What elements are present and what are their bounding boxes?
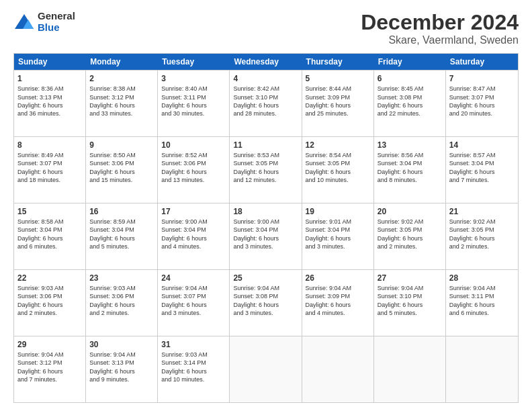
cal-cell-r1-c2: 2Sunrise: 8:38 AMSunset: 3:12 PMDaylight…	[86, 71, 158, 136]
cal-row-4: 22Sunrise: 9:03 AMSunset: 3:06 PMDayligh…	[14, 269, 518, 336]
cell-line: Sunrise: 8:49 AM	[17, 151, 82, 159]
cell-line: Daylight: 6 hours	[449, 101, 515, 109]
cell-line: and 36 minutes.	[17, 109, 82, 118]
cal-cell-r4-c1: 22Sunrise: 9:03 AMSunset: 3:06 PMDayligh…	[14, 270, 86, 336]
cal-cell-r3-c7: 21Sunrise: 9:02 AMSunset: 3:05 PMDayligh…	[446, 203, 518, 269]
day-number: 10	[161, 140, 226, 150]
cal-cell-r4-c6: 27Sunrise: 9:04 AMSunset: 3:10 PMDayligh…	[374, 270, 446, 336]
cell-line: Daylight: 6 hours	[306, 301, 370, 309]
cell-line: Sunrise: 8:50 AM	[89, 151, 154, 159]
cell-line: Daylight: 6 hours	[17, 168, 82, 176]
cell-line: Sunset: 3:05 PM	[449, 226, 515, 234]
cell-line: Sunrise: 8:52 AM	[161, 151, 226, 159]
cal-cell-r4-c2: 23Sunrise: 9:03 AMSunset: 3:06 PMDayligh…	[86, 270, 158, 336]
day-number: 6	[378, 73, 442, 84]
cell-line: and 2 minutes.	[449, 242, 515, 250]
day-number: 29	[17, 339, 82, 350]
cell-line: Daylight: 6 hours	[306, 101, 370, 109]
cell-line: and 12 minutes.	[233, 176, 298, 184]
cell-line: Sunrise: 9:02 AM	[449, 218, 515, 226]
cell-line: Sunrise: 8:53 AM	[233, 151, 298, 159]
day-number: 12	[306, 140, 370, 150]
cal-cell-r5-c7	[446, 336, 518, 402]
cell-line: and 9 minutes.	[89, 375, 154, 383]
cell-line: and 5 minutes.	[89, 242, 154, 250]
day-number: 15	[17, 206, 82, 217]
cell-line: and 3 minutes.	[306, 242, 370, 250]
cell-line: and 7 minutes.	[449, 176, 515, 184]
cell-line: and 18 minutes.	[17, 176, 82, 184]
day-number: 5	[306, 73, 370, 84]
cal-cell-r2-c5: 12Sunrise: 8:54 AMSunset: 3:05 PMDayligh…	[302, 137, 374, 203]
cell-line: Sunrise: 9:01 AM	[306, 218, 370, 226]
calendar-body: 1Sunrise: 8:36 AMSunset: 3:13 PMDaylight…	[14, 70, 518, 402]
cal-cell-r2-c1: 8Sunrise: 8:49 AMSunset: 3:07 PMDaylight…	[14, 137, 86, 203]
cal-cell-r5-c3: 31Sunrise: 9:03 AMSunset: 3:14 PMDayligh…	[158, 336, 230, 402]
cell-line: Sunrise: 9:04 AM	[89, 351, 154, 359]
day-number: 1	[17, 73, 82, 84]
cell-line: Sunset: 3:10 PM	[378, 292, 442, 300]
day-number: 17	[161, 206, 226, 217]
month-title: December 2024	[361, 11, 519, 34]
cell-line: Sunset: 3:11 PM	[449, 292, 515, 300]
day-number: 28	[449, 273, 515, 283]
cell-line: and 2 minutes.	[89, 309, 154, 317]
cell-line: and 3 minutes.	[161, 309, 226, 317]
cal-cell-r3-c1: 15Sunrise: 8:58 AMSunset: 3:04 PMDayligh…	[14, 203, 86, 269]
cell-line: Daylight: 6 hours	[306, 234, 370, 242]
cell-line: Sunrise: 8:59 AM	[89, 218, 154, 226]
cell-line: and 22 minutes.	[378, 109, 442, 118]
cell-line: Sunset: 3:14 PM	[161, 359, 226, 367]
cell-line: and 33 minutes.	[89, 109, 154, 118]
cal-cell-r1-c4: 4Sunrise: 8:42 AMSunset: 3:10 PMDaylight…	[230, 71, 302, 136]
cell-line: Daylight: 6 hours	[378, 234, 442, 242]
cal-cell-r1-c3: 3Sunrise: 8:40 AMSunset: 3:11 PMDaylight…	[158, 71, 230, 136]
cell-line: Sunset: 3:06 PM	[161, 159, 226, 167]
cell-line: Daylight: 6 hours	[233, 101, 298, 109]
cell-line: Sunset: 3:04 PM	[161, 226, 226, 234]
cell-line: Sunset: 3:08 PM	[378, 93, 442, 101]
cell-line: Sunset: 3:11 PM	[161, 93, 226, 101]
cell-line: and 5 minutes.	[378, 309, 442, 317]
cell-line: Sunset: 3:06 PM	[89, 159, 154, 167]
cell-line: Sunrise: 8:36 AM	[17, 85, 82, 93]
cell-line: and 6 minutes.	[449, 309, 515, 317]
cell-line: Sunrise: 9:00 AM	[161, 218, 226, 226]
cal-cell-r1-c5: 5Sunrise: 8:44 AMSunset: 3:09 PMDaylight…	[302, 71, 374, 136]
day-number: 22	[17, 273, 82, 283]
cell-line: Sunset: 3:09 PM	[306, 93, 370, 101]
cal-cell-r3-c2: 16Sunrise: 8:59 AMSunset: 3:04 PMDayligh…	[86, 203, 158, 269]
day-number: 2	[89, 73, 154, 84]
cal-cell-r5-c4	[230, 336, 302, 402]
title-block: December 2024 Skare, Vaermland, Sweden	[361, 11, 519, 46]
day-number: 18	[233, 206, 298, 217]
cell-line: Sunset: 3:13 PM	[89, 359, 154, 367]
cell-line: Daylight: 6 hours	[161, 367, 226, 375]
cell-line: Daylight: 6 hours	[233, 301, 298, 309]
cal-row-1: 1Sunrise: 8:36 AMSunset: 3:13 PMDaylight…	[14, 70, 518, 136]
cell-line: Daylight: 6 hours	[89, 234, 154, 242]
cell-line: and 4 minutes.	[161, 242, 226, 250]
cell-line: Daylight: 6 hours	[89, 301, 154, 309]
day-number: 9	[89, 140, 154, 150]
logo-icon	[13, 13, 35, 32]
cell-line: Sunset: 3:07 PM	[161, 292, 226, 300]
header-monday: Monday	[86, 54, 158, 70]
day-number: 30	[89, 339, 154, 350]
cell-line: and 10 minutes.	[161, 375, 226, 383]
day-number: 20	[378, 206, 442, 217]
cell-line: Sunset: 3:05 PM	[378, 226, 442, 234]
cell-line: Daylight: 6 hours	[17, 101, 82, 109]
cell-line: Sunrise: 9:03 AM	[17, 284, 82, 292]
day-number: 19	[306, 206, 370, 217]
cell-line: Sunrise: 8:57 AM	[449, 151, 515, 159]
day-number: 27	[378, 273, 442, 283]
cell-line: and 7 minutes.	[17, 375, 82, 383]
cell-line: Daylight: 6 hours	[161, 101, 226, 109]
calendar: Sunday Monday Tuesday Wednesday Thursday…	[13, 53, 519, 403]
cell-line: and 2 minutes.	[378, 242, 442, 250]
cell-line: and 8 minutes.	[378, 176, 442, 184]
cal-cell-r2-c6: 13Sunrise: 8:56 AMSunset: 3:04 PMDayligh…	[374, 137, 446, 203]
day-number: 25	[233, 273, 298, 283]
cell-line: and 28 minutes.	[233, 109, 298, 118]
